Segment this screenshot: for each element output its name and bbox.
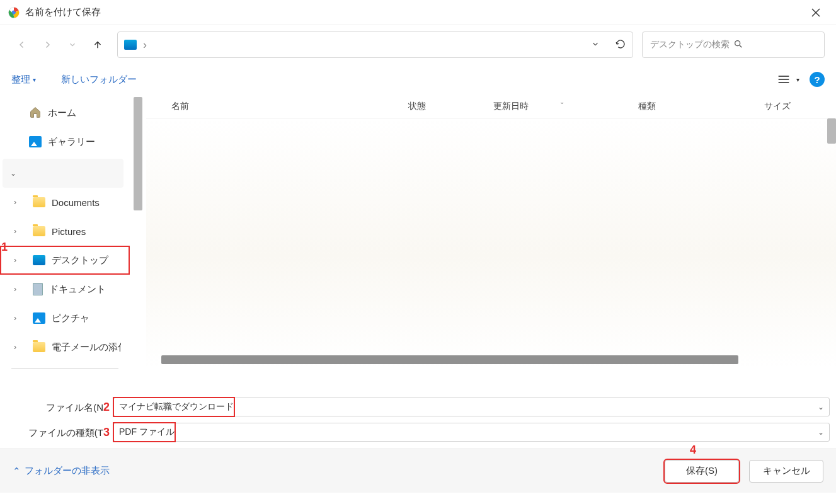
chevron-down-icon[interactable]: ⌄ <box>818 403 824 411</box>
filename-input[interactable]: マイナビ転職でダウンロード ⌄ <box>113 398 830 416</box>
desktop-icon <box>124 40 137 50</box>
search-placeholder: デスクトップの検索 <box>650 39 733 50</box>
refresh-button[interactable] <box>615 38 626 52</box>
sidebar-item-gallery[interactable]: ギャラリー <box>0 127 130 156</box>
column-type[interactable]: 種類 <box>634 101 760 112</box>
back-button[interactable] <box>11 34 33 55</box>
navbar: › デスクトップの検索 <box>0 25 836 64</box>
titlebar: 名前を付けて保存 <box>0 0 836 25</box>
filename-value: マイナビ転職でダウンロード <box>119 401 234 413</box>
chevron-down-icon[interactable]: ⌄ <box>818 428 824 437</box>
recent-dropdown[interactable] <box>62 34 83 55</box>
search-icon <box>733 39 816 51</box>
address-chevron-icon[interactable] <box>591 40 600 50</box>
chevron-right-icon: › <box>14 227 23 236</box>
svg-line-5 <box>740 45 742 47</box>
address-bar[interactable]: › <box>117 32 633 58</box>
sidebar-item-pictures-jp[interactable]: › ピクチャ <box>0 304 130 333</box>
help-button[interactable]: ? <box>810 72 825 87</box>
file-horizontal-scrollbar[interactable] <box>161 355 832 364</box>
window-title: 名前を付けて保存 <box>25 6 803 18</box>
annotation-3: 3 <box>103 426 110 438</box>
sidebar-label: デスクトップ <box>52 255 108 266</box>
gallery-icon <box>29 136 42 147</box>
close-button[interactable] <box>803 0 828 25</box>
filetype-label: ファイルの種類(T3 <box>6 426 113 439</box>
filetype-select[interactable]: PDF ファイル ⌄ <box>113 423 830 442</box>
chevron-right-icon: › <box>14 285 23 294</box>
file-list[interactable] <box>146 118 836 368</box>
chevron-right-icon: › <box>14 343 23 352</box>
sidebar-label: Documents <box>52 197 100 208</box>
toggle-folders-label: フォルダーの非表示 <box>25 465 110 477</box>
chevron-right-icon: › <box>14 314 23 323</box>
picture-icon <box>33 312 45 324</box>
sidebar-item-home[interactable]: ホーム <box>0 98 130 127</box>
organize-dropdown[interactable]: 整理▾ <box>11 74 36 86</box>
column-header: 名前 状態 ⌄ 更新日時 種類 サイズ <box>146 94 836 118</box>
sidebar-label: ホーム <box>48 107 76 119</box>
sidebar-label: Pictures <box>52 226 86 237</box>
filename-label: ファイル名(N2 <box>6 401 113 414</box>
column-size[interactable]: サイズ <box>760 101 798 112</box>
sidebar-item-collapsed[interactable]: ⌄ <box>3 159 123 188</box>
sort-indicator-icon: ⌄ <box>559 98 564 105</box>
sidebar-label: ドキュメント <box>49 284 106 295</box>
svg-point-4 <box>735 40 740 45</box>
filetype-value: PDF ファイル <box>119 427 175 438</box>
sidebar-divider <box>11 368 118 369</box>
sidebar-label: ピクチャ <box>52 312 89 324</box>
folder-icon <box>33 197 45 207</box>
sidebar: ホーム ギャラリー ⌄ › Documents › Pictures › デスク… <box>0 94 130 382</box>
column-name[interactable]: 名前 <box>146 101 404 112</box>
sidebar-label: 電子メールの添付 <box>52 341 121 353</box>
cancel-button[interactable]: キャンセル <box>749 460 823 483</box>
sidebar-label: ギャラリー <box>48 136 95 148</box>
toggle-folders-pane[interactable]: ⌃ フォルダーの非表示 <box>13 465 110 477</box>
chevron-down-icon: ⌄ <box>10 169 19 178</box>
sidebar-item-email-attachments[interactable]: › 電子メールの添付 <box>0 333 130 362</box>
column-date[interactable]: ⌄ 更新日時 <box>490 101 634 112</box>
document-icon <box>33 283 43 295</box>
toolbar: 整理▾ 新しいフォルダー ▾ ? <box>0 64 836 94</box>
file-pane: 名前 状態 ⌄ 更新日時 種類 サイズ <box>146 94 836 382</box>
up-button[interactable] <box>87 34 108 55</box>
folder-icon <box>33 226 45 236</box>
desktop-icon <box>33 255 45 265</box>
sidebar-item-documents[interactable]: › Documents <box>0 188 130 217</box>
search-input[interactable]: デスクトップの検索 <box>642 32 825 58</box>
main-area: ホーム ギャラリー ⌄ › Documents › Pictures › デスク… <box>0 94 836 382</box>
save-button[interactable]: 保存(S) <box>665 460 739 483</box>
file-vertical-scrollbar[interactable] <box>827 118 836 144</box>
save-form: ファイル名(N2 マイナビ転職でダウンロード ⌄ ファイルの種類(T3 PDF … <box>0 382 836 449</box>
breadcrumb-separator: › <box>143 38 147 52</box>
home-icon <box>29 106 42 120</box>
forward-button[interactable] <box>37 34 58 55</box>
chevron-right-icon: › <box>14 198 23 207</box>
column-state[interactable]: 状態 <box>404 101 490 112</box>
sidebar-scrollbar[interactable] <box>134 97 142 210</box>
sidebar-item-documents-jp[interactable]: › ドキュメント <box>0 275 130 304</box>
chevron-up-icon: ⌃ <box>13 466 21 477</box>
folder-icon <box>33 342 45 352</box>
footer: ⌃ フォルダーの非表示 4 保存(S) キャンセル <box>0 449 836 493</box>
new-folder-button[interactable]: 新しいフォルダー <box>61 74 137 86</box>
sidebar-item-pictures[interactable]: › Pictures <box>0 217 130 246</box>
view-options-dropdown[interactable]: ▾ <box>777 74 799 84</box>
chevron-right-icon: › <box>14 256 23 265</box>
annotation-2: 2 <box>103 401 110 413</box>
chrome-icon <box>8 6 20 19</box>
sidebar-item-desktop[interactable]: › デスクトップ <box>0 246 130 275</box>
